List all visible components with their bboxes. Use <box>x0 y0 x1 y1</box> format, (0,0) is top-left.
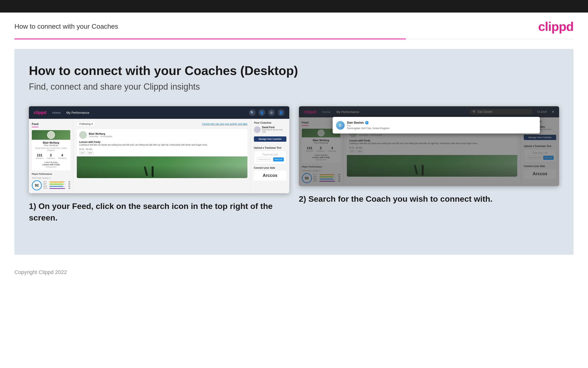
quality-label: Total Player Quality ⓘ <box>32 177 70 179</box>
trackman-row-r: Trackman Link Add Link <box>527 156 553 160</box>
user-name: Blair McHarg <box>34 141 68 144</box>
left-screenshot-frame: clippd Home My Performance 🔍 👤 ⚙ 👤 Feed <box>29 106 289 193</box>
main-title: How to connect with your Coaches (Deskto… <box>29 63 559 78</box>
coach-club: Royal North Devon Golf Club <box>262 129 286 133</box>
search-result-item[interactable]: D Dan Davies P Pro Sunningdale Golf Club… <box>336 119 537 131</box>
search-result-avatar: D <box>336 121 345 130</box>
stat-following-r: 4 Following <box>328 146 336 152</box>
user-card: Blair McHarg Plus Handicap Royal North D… <box>32 130 70 170</box>
post-card: Blair McHarg Yesterday · Sunningdale Les… <box>77 129 247 178</box>
tag-app: APP <box>87 151 94 155</box>
trackman-box-r: Trackman Link Trackman Link Add Link <box>524 149 556 162</box>
search-result-card: D Dan Davies P Pro Sunningdale Golf Club… <box>333 117 540 134</box>
connect-title-r: Connect your data <box>524 165 556 167</box>
post-image <box>77 156 247 178</box>
tag-ott-r: OTT <box>349 150 356 153</box>
followers-r: 3 <box>316 146 325 150</box>
copyright: Copyright Clippd 2022 <box>14 269 67 275</box>
nav-my-perf-right: My Performance <box>336 110 359 114</box>
bar-app-track <box>49 184 66 184</box>
clippd-logo: clippd <box>538 19 574 34</box>
bar-putt: PUTT 96 <box>43 187 70 189</box>
trackman-box: Trackman Link Trackman Link Add Link <box>254 151 286 164</box>
bar-app-label: APP <box>43 183 49 185</box>
close-search-button[interactable]: × <box>552 110 554 114</box>
quality-score-r: 92 <box>302 173 312 183</box>
right-screenshot-block: clippd Home My Performance 🔍 Dan Davies … <box>299 106 559 223</box>
trackman-input[interactable]: Trackman Link <box>257 157 273 161</box>
trackman-input-r[interactable]: Trackman Link <box>527 156 543 160</box>
left-caption: 1) On your Feed, click on the search ico… <box>29 201 289 223</box>
post-text: Looking to feel like my hands are exitin… <box>79 143 245 147</box>
bar-ott-track <box>49 182 66 183</box>
post-user-info: Blair McHarg Yesterday · Sunningdale <box>89 132 112 138</box>
add-link-button[interactable]: Add Link <box>273 157 283 161</box>
bar-ott-r: OTT 90 <box>313 174 340 175</box>
latest-activity-r: Latest Activity Lesson with Fordy 03 Aug… <box>304 154 338 161</box>
perf-title: Player Performance <box>32 173 70 175</box>
coach-avatar <box>254 126 261 133</box>
upload-title: Upload a Trackman Test <box>254 147 286 149</box>
quality-bars-r: OTT 90 APP 85 <box>313 174 340 183</box>
activity-name: Lesson with Fordy <box>34 163 68 166</box>
right-screenshot-frame: clippd Home My Performance 🔍 Dan Davies … <box>299 106 559 186</box>
golfer-silhouettes <box>145 166 154 177</box>
user-stats: 131 Activities 3 Followers 4 Following <box>34 153 68 159</box>
following-count: 4 <box>58 153 66 157</box>
post-avatar <box>79 131 87 139</box>
feed-label-right: Feed <box>302 121 308 126</box>
bar-putt-track <box>49 188 66 189</box>
quality-score: 92 <box>32 180 42 190</box>
app-logo-right: clippd <box>304 110 316 114</box>
search-input-text: Dan Davies <box>478 110 492 113</box>
nav-my-performance: My Performance <box>66 111 89 114</box>
feed-label: Feed <box>32 122 38 127</box>
following-lbl-r: Following <box>328 150 336 152</box>
manage-coaches-button[interactable]: Manage Your Coaches <box>254 136 286 142</box>
coach-item: David Ford Royal North Devon Golf Club <box>254 126 286 133</box>
bar-ott: OTT 90 <box>43 181 70 183</box>
user-hcp-right: Plus Handicap <box>304 142 338 144</box>
tag-app-r: APP <box>357 150 364 153</box>
manage-coaches-btn-r[interactable]: Manage Your Coaches <box>524 135 556 140</box>
activity-date: 03 Aug 2022 <box>34 166 68 168</box>
connect-title: Connect your data <box>254 166 286 169</box>
right-caption: 2) Search for the Coach you wish to conn… <box>299 193 559 205</box>
page-title: How to connect with your Coaches <box>14 23 118 30</box>
clear-button[interactable]: CLEAR <box>537 110 547 113</box>
perf-title-r: Player Performance <box>302 166 340 168</box>
search-icon[interactable]: 🔍 <box>249 109 256 116</box>
bar-arg: ARG 86 <box>43 185 70 187</box>
user-club: Royal North Devon Golf Club, United King… <box>34 147 68 151</box>
ott-track-r <box>319 174 336 175</box>
search-result-info: Dan Davies P Pro Sunningdale Golf Club, … <box>347 121 390 130</box>
profile-icon[interactable]: 👤 <box>258 109 265 116</box>
settings-icon[interactable]: ⚙ <box>268 109 275 116</box>
nav-home: Home <box>52 111 61 114</box>
following-button[interactable]: Following ▾ <box>77 121 96 127</box>
putt-val-r: 96 <box>336 180 340 182</box>
player-performance: Player Performance Total Player Quality … <box>32 173 70 190</box>
quality-lbl-r: Total Player Quality ⓘ <box>302 169 340 172</box>
activities-r: 131 <box>306 146 313 150</box>
user-avatar-nav[interactable]: 👤 <box>278 109 284 116</box>
search-bar-nav[interactable]: 🔍 Dan Davies <box>470 109 532 114</box>
lesson-title-r: Lesson with Fordy <box>349 139 515 142</box>
post-card-r: Blair McHarg Yesterday · Sunningdale Les… <box>347 128 518 177</box>
bar-app-r: APP 85 <box>313 176 340 178</box>
following-row: Following ▾ Control who can see your act… <box>77 121 247 127</box>
putt-track-r <box>319 181 336 182</box>
app-sidebar-left: Feed Blair McHarg Plus Handicap Royal No… <box>29 119 73 193</box>
coach-name: David Ford <box>262 126 286 129</box>
app-main-left: Following ▾ Control who can see your act… <box>73 119 251 193</box>
user-stats-right: 131 Activities 3 Followers 4 <box>304 146 338 152</box>
left-screenshot-block: clippd Home My Performance 🔍 👤 ⚙ 👤 Feed <box>29 106 289 223</box>
app-right-left: Your Coaches David Ford Royal North Devo… <box>251 119 289 193</box>
activities-lbl-r: Activities <box>306 150 313 152</box>
bar-app: APP 85 <box>43 183 70 185</box>
bar-arg-val: 86 <box>66 185 70 187</box>
add-link-btn-r[interactable]: Add Link <box>543 156 553 160</box>
control-link[interactable]: Control who can see your activity and da… <box>202 123 247 125</box>
top-bar <box>0 0 588 12</box>
post-image-r <box>347 155 518 177</box>
